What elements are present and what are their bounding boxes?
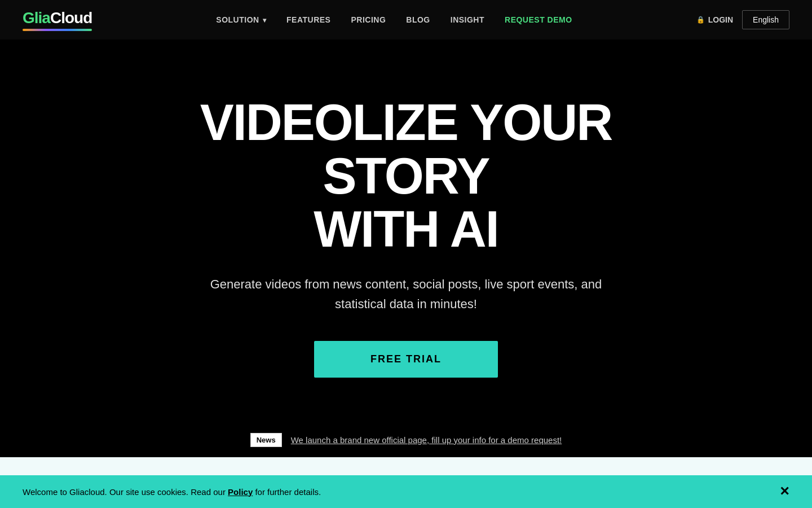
hero-section: VIDEOLIZE YOUR STORY WITH AI Generate vi… bbox=[0, 40, 812, 423]
news-link[interactable]: We launch a brand new official page, fil… bbox=[291, 435, 562, 445]
cookie-message: Welcome to Gliacloud. Our site use cooki… bbox=[23, 487, 321, 497]
nav-link-blog[interactable]: BLOG bbox=[406, 15, 430, 24]
dropdown-arrow-icon: ▾ bbox=[261, 16, 266, 24]
login-button[interactable]: 🔒 LOGIN bbox=[696, 15, 733, 24]
cookie-banner: Welcome to Gliacloud. Our site use cooki… bbox=[0, 475, 812, 508]
nav-link-features[interactable]: FEATURES bbox=[286, 15, 330, 24]
nav-link-request-demo[interactable]: REQUEST DEMO bbox=[505, 15, 572, 24]
logo-bar bbox=[23, 29, 92, 31]
nav-link-insight[interactable]: INSIGHT bbox=[451, 15, 484, 24]
nav-item-request-demo[interactable]: REQUEST DEMO bbox=[505, 15, 572, 25]
nav-item-insight[interactable]: INSIGHT bbox=[451, 15, 484, 25]
cookie-policy-link[interactable]: Policy bbox=[228, 487, 253, 497]
hero-title: VIDEOLIZE YOUR STORY WITH AI bbox=[124, 96, 688, 256]
nav-links: SOLUTION ▾ FEATURES PRICING BLOG INSIGHT… bbox=[216, 15, 572, 25]
nav-link-pricing[interactable]: PRICING bbox=[351, 15, 386, 24]
logo[interactable]: GliaCloud bbox=[23, 9, 92, 31]
logo-text: GliaCloud bbox=[23, 9, 92, 27]
nav-item-pricing[interactable]: PRICING bbox=[351, 15, 386, 25]
nav-item-solution[interactable]: SOLUTION ▾ bbox=[216, 15, 266, 25]
hero-subtitle: Generate videos from news content, socia… bbox=[209, 274, 603, 314]
nav-item-features[interactable]: FEATURES bbox=[286, 15, 330, 25]
cookie-close-button[interactable]: ✕ bbox=[779, 485, 789, 498]
navbar: GliaCloud SOLUTION ▾ FEATURES PRICING BL… bbox=[0, 0, 812, 40]
nav-right: 🔒 LOGIN English bbox=[696, 10, 789, 29]
nav-link-solution[interactable]: SOLUTION ▾ bbox=[216, 15, 266, 24]
nav-item-blog[interactable]: BLOG bbox=[406, 15, 430, 25]
lock-icon: 🔒 bbox=[696, 16, 705, 24]
language-selector[interactable]: English bbox=[742, 10, 789, 29]
news-ticker: News We launch a brand new official page… bbox=[0, 423, 812, 457]
news-badge: News bbox=[250, 433, 282, 447]
free-trial-button[interactable]: FREE TRIAL bbox=[314, 341, 498, 378]
